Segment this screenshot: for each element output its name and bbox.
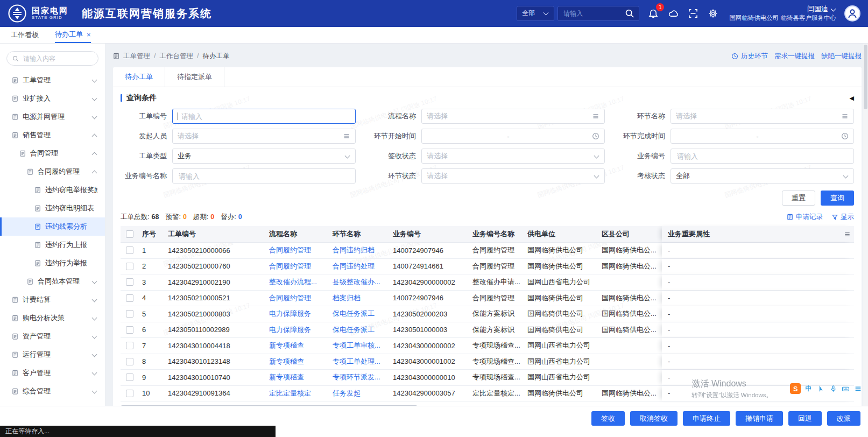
display-filter-link[interactable]: 显示 (831, 213, 854, 222)
table-row[interactable]: 8 1423043010123148 新专项稽查 专项工单处理... 14230… (121, 354, 854, 370)
apply-terminate-button[interactable]: 申请终止 (683, 411, 730, 426)
scrollbar-thumb[interactable] (864, 45, 867, 109)
keyboard-icon[interactable] (841, 384, 850, 393)
sidebar-item-business-expansion[interactable]: 业扩接入 (0, 89, 105, 108)
collapse-left-icon[interactable]: ◀ (850, 95, 854, 102)
rollback-button[interactable]: 回退 (788, 411, 822, 426)
order-no-input[interactable] (180, 112, 350, 121)
row-checkbox[interactable] (126, 278, 133, 286)
flow-name-link[interactable]: 合同履约管理 (266, 243, 329, 258)
node-name-picker[interactable]: 请选择 (671, 109, 854, 124)
end-time-range[interactable]: - (671, 129, 854, 144)
node-name-link[interactable]: 任务发起 (329, 386, 390, 401)
sidebar-item-contract-mgmt[interactable]: 合同管理 (0, 144, 105, 163)
row-checkbox[interactable] (126, 310, 133, 318)
breadcrumb-item[interactable]: 工作台管理 (159, 52, 193, 61)
node-status-select[interactable]: 请选择 (421, 168, 605, 184)
row-checkbox[interactable] (126, 373, 133, 381)
node-name-link[interactable]: 合同违约处理 (329, 259, 390, 274)
sidebar-item-breach-behavior-tipoff[interactable]: 违约行为举报 (0, 254, 105, 272)
flow-name-link[interactable]: 合同履约管理 (266, 259, 329, 274)
tab-todo-orders[interactable]: 待办工单 × (55, 27, 91, 43)
scan-icon[interactable] (687, 8, 699, 19)
row-checkbox[interactable] (126, 358, 133, 365)
sogou-input-icon[interactable]: S (790, 383, 801, 394)
flow-name-link[interactable]: 新专项稽查 (266, 370, 329, 385)
close-icon[interactable]: × (87, 31, 91, 38)
sidebar-item-work-order-mgmt[interactable]: 工单管理 (0, 71, 105, 89)
table-row[interactable]: 4 1423050210000521 合同履约管理 档案归档 140072490… (121, 291, 854, 307)
notification-bell-icon[interactable]: 1 (647, 8, 659, 19)
start-time-range[interactable]: - (421, 129, 605, 144)
sidebar-item-contract-template-mgmt[interactable]: 合同范本管理 (0, 272, 105, 291)
sidebar-item-contract-performance-mgmt[interactable]: 合同履约管理 (0, 163, 105, 181)
node-name-link[interactable]: 档案归档 (329, 291, 390, 306)
initiator-picker[interactable]: 请选择 (172, 129, 356, 144)
ime-chinese-icon[interactable]: 中 (804, 384, 813, 393)
sidebar-item-comprehensive-mgmt[interactable]: 综合管理 (0, 382, 105, 400)
list-picker-icon[interactable] (841, 112, 849, 120)
table-row[interactable]: 7 1423043010004418 新专项稽查 专项工单审核... 14230… (121, 338, 854, 354)
node-name-link[interactable]: 合同违约归档 (329, 243, 390, 258)
row-checkbox[interactable] (126, 342, 133, 349)
flow-name-link[interactable]: 合同履约管理 (266, 291, 329, 306)
avatar[interactable] (844, 5, 860, 22)
order-type-select[interactable]: 业务 (172, 149, 356, 164)
global-search-input[interactable] (562, 9, 625, 18)
node-name-link[interactable]: 专项工单处理... (329, 354, 390, 370)
search-button[interactable]: 查询 (821, 191, 854, 206)
sidebar-item-customer-mgmt[interactable]: 客户管理 (0, 364, 105, 382)
reassign-button[interactable]: 改派 (827, 411, 860, 426)
sidebar-search-input[interactable] (22, 54, 93, 63)
revoke-apply-button[interactable]: 撤销申请 (736, 411, 783, 426)
sidebar-item-sales-mgmt[interactable]: 销售管理 (0, 126, 105, 144)
biz-name-input[interactable] (178, 172, 350, 181)
row-checkbox[interactable] (126, 263, 133, 270)
sidebar-item-breach-behavior-report[interactable]: 违约行为上报 (0, 236, 105, 254)
table-row[interactable]: 2 1423050210000760 合同履约管理 合同违约处理 1400724… (121, 259, 854, 275)
flow-name-picker[interactable]: 请选择 (421, 109, 605, 124)
flow-name-link[interactable]: 电力保障服务 (266, 306, 329, 322)
search-icon[interactable] (625, 9, 634, 18)
node-name-link[interactable]: 县级整改催办... (329, 274, 390, 290)
vertical-scrollbar[interactable] (863, 44, 868, 437)
biz-no-input[interactable] (676, 152, 849, 161)
row-checkbox[interactable] (126, 246, 133, 254)
toolbox-icon[interactable] (853, 384, 863, 393)
flow-name-link[interactable]: 定比定量核定 (266, 386, 329, 401)
cloud-icon[interactable] (667, 8, 679, 19)
row-checkbox[interactable] (126, 294, 133, 302)
column-settings-icon[interactable] (844, 231, 851, 238)
node-name-link[interactable]: 专项工单审核... (329, 338, 390, 354)
defect-report-link[interactable]: 缺陷一键提报 (821, 52, 862, 61)
table-row[interactable]: 1 1423050210000066 合同履约管理 合同违约归档 1400724… (121, 243, 854, 259)
sidebar-item-grid-connection-mgmt[interactable]: 电源并网管理 (0, 108, 105, 126)
sidebar-item-breach-clue-analysis[interactable]: 违约线索分析 (0, 217, 105, 236)
tab-to-be-assigned[interactable]: 待指定派单 (165, 67, 224, 87)
table-row[interactable]: 3 1423042910002190 整改催办流程... 县级整改催办... 1… (121, 274, 854, 291)
select-all-checkbox[interactable] (126, 230, 133, 238)
tab-workboard[interactable]: 工作看板 (11, 27, 39, 43)
apply-record-link[interactable]: 申请记录 (787, 213, 823, 222)
sidebar-item-breach-theft-detail[interactable]: 违约窃电明细表 (0, 199, 105, 217)
settings-gear-icon[interactable] (707, 8, 719, 19)
sidebar-item-operation-mgmt[interactable]: 运行管理 (0, 346, 105, 364)
sign-button[interactable]: 签收 (591, 411, 625, 426)
list-picker-icon[interactable] (343, 132, 350, 140)
sidebar-item-purchase-analysis[interactable]: 购电分析决策 (0, 309, 105, 327)
sign-status-select[interactable]: 请选择 (421, 149, 605, 164)
flow-name-link[interactable]: 电力保障服务 (266, 322, 329, 338)
cursor-icon[interactable] (816, 384, 825, 393)
table-row[interactable]: 6 1423050110002989 电力保障服务 保电任务派工 1423050… (121, 322, 854, 339)
sidebar-item-breach-theft-reward[interactable]: 违约窃电举报奖励 (0, 181, 105, 199)
search-scope-select[interactable]: 全部 (517, 6, 554, 21)
user-menu[interactable]: 闫国迪 (729, 5, 836, 14)
flow-name-link[interactable]: 整改催办流程... (266, 274, 329, 290)
tab-pending-orders[interactable]: 待办工单 (113, 67, 165, 87)
table-row[interactable]: 5 1423050210000803 电力保障服务 保电任务派工 1423050… (121, 306, 854, 322)
flow-name-link[interactable]: 新专项稽查 (266, 338, 329, 354)
node-name-link[interactable]: 专项环节派发... (329, 370, 390, 385)
flow-name-link[interactable]: 新专项稽查 (266, 354, 329, 370)
node-name-link[interactable]: 保电任务派工 (329, 322, 390, 338)
sidebar-item-billing-settlement[interactable]: 计费结算 (0, 291, 105, 309)
